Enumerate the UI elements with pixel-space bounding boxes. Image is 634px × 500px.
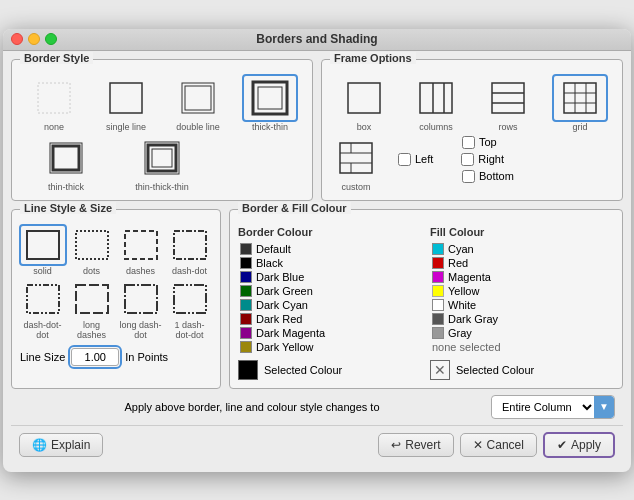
frame-custom-label: custom <box>341 182 370 192</box>
colour-dark-blue-label: Dark Blue <box>256 271 304 283</box>
colour-default[interactable]: Default <box>238 242 422 256</box>
fill-magenta-label: Magenta <box>448 271 491 283</box>
colour-default-swatch <box>240 243 252 255</box>
frame-custom[interactable]: custom <box>330 136 382 192</box>
style-thin-thick[interactable]: thin-thick <box>20 136 112 192</box>
line-dash-dot-dot[interactable]: dash-dot-dot <box>20 280 65 340</box>
frame-options-panel: Frame Options box <box>321 59 623 201</box>
fill-dark-gray-label: Dark Gray <box>448 313 498 325</box>
colour-dark-yellow[interactable]: Dark Yellow <box>238 340 422 354</box>
frame-box[interactable]: box <box>330 76 398 132</box>
svg-rect-23 <box>340 143 372 173</box>
line-style-title: Line Style & Size <box>20 202 116 214</box>
colour-dark-blue[interactable]: Dark Blue <box>238 270 422 284</box>
line-long-dash-dot[interactable]: long dash-dot <box>118 280 163 340</box>
fill-white[interactable]: White <box>430 298 614 312</box>
colour-black[interactable]: Black <box>238 256 422 270</box>
fill-magenta[interactable]: Magenta <box>430 270 614 284</box>
colour-dark-red[interactable]: Dark Red <box>238 312 422 326</box>
close-button[interactable] <box>11 33 23 45</box>
frame-rows[interactable]: rows <box>474 76 542 132</box>
explain-button[interactable]: 🌐 Explain <box>19 433 103 457</box>
colour-dark-green[interactable]: Dark Green <box>238 284 422 298</box>
style-none-label: none <box>44 122 64 132</box>
revert-label: Revert <box>405 438 440 452</box>
border-colour-col: Border Colour Default Black Dark Blue <box>238 226 422 380</box>
line-dashes[interactable]: dashes <box>118 226 163 276</box>
check-left[interactable] <box>398 153 411 166</box>
fill-red-label: Red <box>448 257 468 269</box>
revert-button[interactable]: ↩ Revert <box>378 433 453 457</box>
frame-grid[interactable]: grid <box>546 76 614 132</box>
style-thick-thin-label: thick-thin <box>252 122 288 132</box>
style-single-line-label: single line <box>106 122 146 132</box>
buttons-bar: 🌐 Explain ↩ Revert ✕ Cancel ✔ Apply <box>11 425 623 464</box>
colour-dark-green-label: Dark Green <box>256 285 313 297</box>
fill-selected-colour-row: ✕ Selected Colour <box>430 360 614 380</box>
svg-rect-3 <box>185 86 211 110</box>
fill-colour-col: Fill Colour Cyan Red Magenta <box>430 226 614 380</box>
check-bottom[interactable] <box>462 170 475 183</box>
fill-gray[interactable]: Gray <box>430 326 614 340</box>
svg-rect-30 <box>125 231 157 259</box>
check-top-row: Top <box>398 136 514 149</box>
cancel-label: Cancel <box>487 438 524 452</box>
content: Border Style none single line <box>3 51 631 472</box>
svg-rect-7 <box>53 146 79 170</box>
frame-grid-label: grid <box>572 122 587 132</box>
fill-dark-gray[interactable]: Dark Gray <box>430 312 614 326</box>
style-thin-thick-thin[interactable]: thin-thick-thin <box>116 136 208 192</box>
colour-dark-magenta[interactable]: Dark Magenta <box>238 326 422 340</box>
check-bottom-label: Bottom <box>479 170 514 182</box>
colour-dark-red-label: Dark Red <box>256 313 302 325</box>
check-right[interactable] <box>461 153 474 166</box>
apply-label: Apply <box>571 438 601 452</box>
colour-dark-blue-swatch <box>240 271 252 283</box>
svg-rect-35 <box>174 285 206 313</box>
fill-red[interactable]: Red <box>430 256 614 270</box>
style-double-line-label: double line <box>176 122 220 132</box>
style-single-line[interactable]: single line <box>92 76 160 132</box>
apply-dropdown[interactable]: Entire Column Entire Row Current Cell Se… <box>492 398 595 416</box>
fill-yellow[interactable]: Yellow <box>430 284 614 298</box>
style-thick-thin[interactable]: thick-thin <box>236 76 304 132</box>
style-double-line[interactable]: double line <box>164 76 232 132</box>
border-selected-swatch <box>238 360 258 380</box>
border-fill-title: Border & Fill Colour <box>238 202 351 214</box>
colour-columns: Border Colour Default Black Dark Blue <box>238 226 614 380</box>
svg-rect-18 <box>564 83 596 113</box>
frame-columns[interactable]: columns <box>402 76 470 132</box>
line-long-dash-dot-label: long dash-dot <box>118 320 163 340</box>
line-size-input[interactable] <box>71 348 119 366</box>
svg-rect-15 <box>492 83 524 113</box>
fill-cyan[interactable]: Cyan <box>430 242 614 256</box>
colour-dark-magenta-swatch <box>240 327 252 339</box>
frame-options-title: Frame Options <box>330 52 416 64</box>
check-top[interactable] <box>462 136 475 149</box>
explain-label: Explain <box>51 438 90 452</box>
svg-rect-8 <box>145 142 179 174</box>
line-1dash-dot-dot[interactable]: 1 dash-dot-dot <box>167 280 212 340</box>
colour-dark-cyan[interactable]: Dark Cyan <box>238 298 422 312</box>
maximize-button[interactable] <box>45 33 57 45</box>
frame-options-grid: box columns <box>330 76 614 132</box>
line-solid[interactable]: solid <box>20 226 65 276</box>
svg-rect-31 <box>174 231 206 259</box>
line-dash-dot-label: dash-dot <box>172 266 207 276</box>
border-colour-title: Border Colour <box>238 226 422 238</box>
minimize-button[interactable] <box>28 33 40 45</box>
cancel-button[interactable]: ✕ Cancel <box>460 433 537 457</box>
dropdown-arrow-icon: ▼ <box>594 396 614 418</box>
line-long-dashes[interactable]: long dashes <box>69 280 114 340</box>
fill-white-swatch <box>432 299 444 311</box>
line-dash-dot-dot-label: dash-dot-dot <box>20 320 65 340</box>
apply-icon: ✔ <box>557 438 567 452</box>
line-dots[interactable]: dots <box>69 226 114 276</box>
apply-button[interactable]: ✔ Apply <box>543 432 615 458</box>
svg-rect-33 <box>76 285 108 313</box>
border-style-title: Border Style <box>20 52 93 64</box>
svg-rect-1 <box>110 83 142 113</box>
bottom-panels: Line Style & Size solid dots <box>11 209 623 389</box>
line-dash-dot[interactable]: dash-dot <box>167 226 212 276</box>
style-none[interactable]: none <box>20 76 88 132</box>
